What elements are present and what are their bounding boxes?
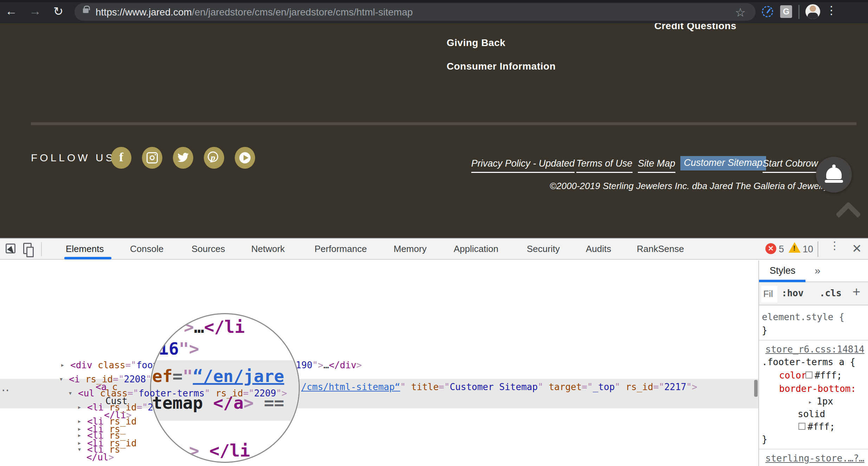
- collapsed-arrow-icon[interactable]: ▸: [60, 361, 65, 369]
- css-selector[interactable]: .footer-terms a {: [762, 357, 855, 367]
- instagram-icon: [147, 152, 158, 163]
- dom-tree-node[interactable]: </li>: [104, 410, 131, 420]
- color-swatch[interactable]: [798, 423, 805, 430]
- footer-nav-link[interactable]: Consumer Information: [447, 61, 556, 72]
- concierge-bell-widget[interactable]: [816, 157, 852, 193]
- expanded-arrow-icon[interactable]: ▾: [68, 389, 72, 397]
- tab-network[interactable]: Network: [251, 244, 285, 254]
- twitter-icon: [177, 153, 189, 162]
- social-button-youtube[interactable]: [235, 147, 255, 169]
- tab-memory[interactable]: Memory: [394, 244, 427, 254]
- social-button-twitter[interactable]: [173, 147, 193, 169]
- styles-panel: Styles » Fil :hov .cls + element.style {…: [758, 260, 868, 466]
- tab-application[interactable]: Application: [454, 244, 498, 254]
- footer-link[interactable]: Customer Sitemap: [680, 156, 766, 170]
- footer-link[interactable]: Site Map: [638, 158, 675, 173]
- gutter-dots-marker: ‥: [1, 380, 10, 394]
- facebook-icon: f: [111, 150, 131, 164]
- webpage-footer: Credit QuestionsGiving BackConsumer Info…: [0, 2, 868, 238]
- magnified-code-fragment: > </li: [189, 441, 250, 460]
- reload-button[interactable]: ↻: [51, 4, 66, 18]
- lock-icon: [83, 8, 89, 13]
- stylesheet-link[interactable]: sterling-store.…?…: [765, 453, 864, 464]
- tab-security[interactable]: Security: [527, 244, 560, 254]
- magnified-code-fragment: 16">: [158, 339, 199, 358]
- stylesheet-link[interactable]: store_r6.css:14814: [765, 344, 864, 355]
- collapsed-arrow-icon[interactable]: ▸: [77, 439, 82, 447]
- tab-sources[interactable]: Sources: [192, 244, 225, 254]
- address-bar[interactable]: https://www.jared.com/en/jaredstore/cms/…: [75, 3, 756, 21]
- bookmark-star-icon[interactable]: ☆: [735, 5, 746, 19]
- active-tab-underline: [64, 257, 111, 259]
- color-swatch[interactable]: [805, 371, 812, 378]
- tab-audits[interactable]: Audits: [586, 244, 611, 254]
- profile-avatar[interactable]: [805, 4, 820, 19]
- tab-performance[interactable]: Performance: [315, 244, 367, 254]
- devtools-panel: ElementsConsoleSourcesNetworkPerformance…: [0, 238, 868, 466]
- speedometer-extension-icon[interactable]: [762, 6, 773, 17]
- browser-menu-kebab-icon[interactable]: ⋮: [826, 4, 837, 17]
- dom-tree-node[interactable]: ▾<ul class="footer-terms" rs_id="2209">: [78, 388, 287, 399]
- browser-toolbar: ← → ↻ https://www.jared.com/en/jaredstor…: [0, 0, 868, 23]
- warning-badge-icon[interactable]: [789, 242, 801, 253]
- social-button-facebook[interactable]: f: [111, 147, 131, 169]
- separator: [41, 242, 42, 256]
- error-count[interactable]: 5: [779, 244, 784, 255]
- copyright-text: ©2000-2019 Sterling Jewelers Inc. dba Ja…: [550, 181, 829, 192]
- collapsed-arrow-icon[interactable]: ▸: [77, 425, 82, 433]
- dom-tree-node[interactable]: </ul>: [86, 452, 114, 462]
- devtools-tab-bar: ElementsConsoleSourcesNetworkPerformance…: [0, 239, 868, 260]
- youtube-icon: [239, 152, 251, 163]
- social-button-instagram[interactable]: [142, 147, 162, 169]
- pinterest-icon: p: [208, 151, 218, 162]
- scroll-to-top-chevron-icon[interactable]: [836, 201, 861, 219]
- css-property-border-bottom[interactable]: border-bottom:: [779, 383, 856, 394]
- follow-us-label: FOLLOW US: [31, 152, 115, 164]
- dom-tree-node[interactable]: ▸<li rs_: [87, 424, 126, 434]
- footer-nav-link[interactable]: Giving Back: [447, 37, 505, 48]
- footer-link[interactable]: Privacy Policy - Updated: [471, 158, 575, 173]
- dom-tree-node[interactable]: /cms/html-sitemap“" title="Customer Site…: [301, 382, 697, 392]
- element-style-rule[interactable]: element.style {: [762, 312, 844, 322]
- magnified-code-fragment: >…</li: [184, 317, 245, 337]
- styles-tab-underline: [759, 280, 805, 282]
- separator: [798, 5, 799, 19]
- styles-filter-input[interactable]: Fil: [761, 286, 777, 303]
- scrollbar-thumb[interactable]: [754, 380, 758, 397]
- expanded-arrow-icon[interactable]: ▾: [59, 375, 63, 383]
- magnified-code-fragment: ef="“/en/jare: [152, 366, 284, 386]
- expand-arrow-icon[interactable]: ▸: [808, 398, 812, 406]
- warning-count[interactable]: 10: [803, 244, 813, 255]
- devtools-close-icon[interactable]: ✕: [852, 241, 862, 255]
- footer-link[interactable]: Start Cobrow: [763, 158, 818, 173]
- toggle-class-button[interactable]: .cls: [820, 288, 842, 298]
- device-toolbar-icon[interactable]: [23, 243, 32, 254]
- url-text[interactable]: https://www.jared.com/en/jaredstore/cms/…: [96, 7, 413, 18]
- g-extension-icon[interactable]: G: [780, 5, 792, 18]
- collapsed-arrow-icon[interactable]: ▸: [77, 417, 82, 425]
- devtools-menu-kebab-icon[interactable]: ⋮: [829, 239, 840, 252]
- social-button-pinterest[interactable]: p: [204, 147, 224, 169]
- divider: [31, 122, 856, 125]
- toggle-hover-button[interactable]: :hov: [782, 288, 804, 298]
- tab-elements[interactable]: Elements: [66, 244, 104, 254]
- inspect-element-icon[interactable]: [6, 244, 15, 253]
- tab-console[interactable]: Console: [130, 244, 163, 254]
- error-badge-icon[interactable]: ✕: [765, 243, 776, 254]
- dom-tree-node[interactable]: ▸<li rs_id: [87, 438, 137, 448]
- more-tabs-chevron-icon[interactable]: »: [815, 265, 821, 277]
- elements-tree-panel[interactable]: ‥ ▸<div class="footer-social__wrap" rs_i…: [0, 260, 758, 466]
- separator: [817, 241, 818, 257]
- footer-link[interactable]: Terms of Use: [576, 158, 633, 173]
- tab-ranksense[interactable]: RankSense: [637, 244, 684, 254]
- back-button[interactable]: ←: [4, 4, 19, 18]
- collapsed-arrow-icon[interactable]: ▸: [77, 403, 82, 411]
- tab-styles[interactable]: Styles: [770, 265, 796, 276]
- forward-button[interactable]: →: [27, 4, 43, 18]
- new-style-rule-button[interactable]: +: [853, 284, 860, 299]
